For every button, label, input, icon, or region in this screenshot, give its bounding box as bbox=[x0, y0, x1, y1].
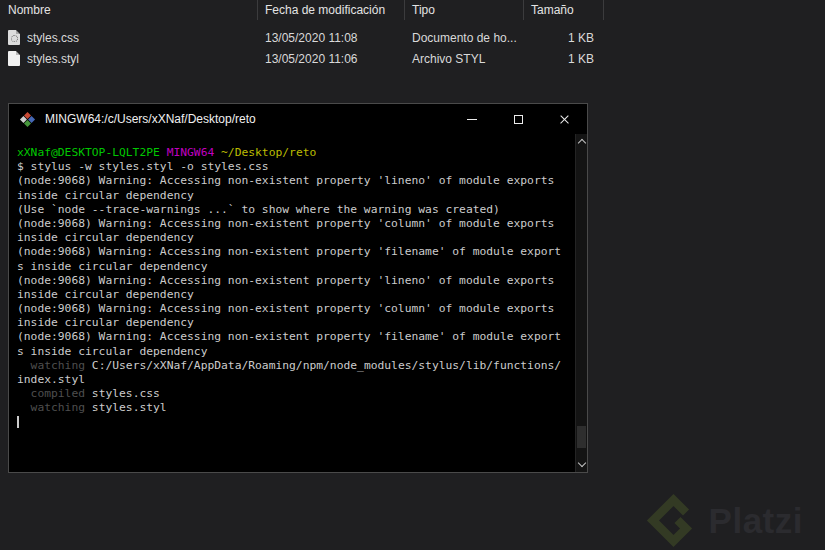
terminal-line: s inside circular dependency bbox=[17, 260, 573, 274]
terminal-line: inside circular dependency bbox=[17, 231, 573, 245]
terminal-line: inside circular dependency bbox=[17, 288, 573, 302]
terminal-body[interactable]: xXNaf@DESKTOP-LQLT2PE MINGW64 ~/Desktop/… bbox=[9, 134, 587, 472]
column-header-tipo[interactable]: Tipo bbox=[405, 0, 524, 20]
terminal-line bbox=[17, 416, 573, 430]
terminal-titlebar[interactable]: MINGW64:/c/Users/xXNaf/Desktop/reto bbox=[9, 104, 587, 134]
scrollbar-thumb[interactable] bbox=[577, 426, 586, 448]
styl-file-icon bbox=[8, 51, 20, 66]
maximize-icon bbox=[514, 115, 523, 124]
column-header-fecha[interactable]: Fecha de modificación bbox=[258, 0, 405, 20]
explorer-column-headers: Nombre Fecha de modificación Tipo Tamaño bbox=[0, 0, 825, 20]
file-modified: 13/05/2020 11:08 bbox=[258, 31, 405, 45]
file-list: styles.css13/05/2020 11:08Documento de h… bbox=[0, 27, 825, 69]
file-name: styles.css bbox=[0, 30, 258, 45]
terminal-line: watching C:/Users/xXNaf/AppData/Roaming/… bbox=[17, 359, 573, 373]
file-row[interactable]: styles.css13/05/2020 11:08Documento de h… bbox=[0, 27, 825, 48]
terminal-title: MINGW64:/c/Users/xXNaf/Desktop/reto bbox=[45, 112, 256, 126]
minimize-icon bbox=[467, 119, 477, 120]
file-size: 1 KB bbox=[524, 31, 604, 45]
terminal-line: (node:9068) Warning: Accessing non-exist… bbox=[17, 330, 573, 344]
terminal-cursor bbox=[17, 416, 19, 428]
terminal-line: index.styl bbox=[17, 373, 573, 387]
terminal-line: (Use `node --trace-warnings ...` to show… bbox=[17, 203, 573, 217]
terminal-output: xXNaf@DESKTOP-LQLT2PE MINGW64 ~/Desktop/… bbox=[9, 134, 587, 430]
platzi-text: Platzi bbox=[709, 501, 803, 541]
file-size: 1 KB bbox=[524, 52, 604, 66]
scroll-up-icon[interactable] bbox=[578, 139, 586, 147]
file-type: Archivo STYL bbox=[405, 52, 524, 66]
file-explorer: Nombre Fecha de modificación Tipo Tamaño… bbox=[0, 0, 825, 69]
file-type: Documento de ho... bbox=[405, 31, 524, 45]
file-modified: 13/05/2020 11:06 bbox=[258, 52, 405, 66]
terminal-line: (node:9068) Warning: Accessing non-exist… bbox=[17, 174, 573, 188]
terminal-scrollbar[interactable] bbox=[575, 134, 587, 472]
css-file-icon bbox=[8, 30, 20, 45]
terminal-line: (node:9068) Warning: Accessing non-exist… bbox=[17, 302, 573, 316]
file-row[interactable]: styles.styl13/05/2020 11:06Archivo STYL1… bbox=[0, 48, 825, 69]
desktop: Nombre Fecha de modificación Tipo Tamaño… bbox=[0, 0, 825, 550]
terminal-line: $ stylus -w styles.styl -o styles.css bbox=[17, 160, 573, 174]
close-button[interactable] bbox=[541, 104, 587, 134]
scroll-down-icon[interactable] bbox=[578, 459, 586, 467]
column-header-tamano[interactable]: Tamaño bbox=[524, 0, 604, 20]
terminal-line: s inside circular dependency bbox=[17, 345, 573, 359]
terminal-line: compiled styles.css bbox=[17, 387, 573, 401]
platzi-logo-icon bbox=[645, 492, 702, 549]
platzi-watermark: Platzi bbox=[645, 492, 803, 549]
terminal-window: MINGW64:/c/Users/xXNaf/Desktop/reto xXNa… bbox=[8, 103, 588, 473]
terminal-line: inside circular dependency bbox=[17, 316, 573, 330]
terminal-line: inside circular dependency bbox=[17, 189, 573, 203]
file-name: styles.styl bbox=[0, 51, 258, 66]
terminal-line: watching styles.styl bbox=[17, 401, 573, 415]
window-controls bbox=[449, 104, 587, 134]
git-bash-icon bbox=[20, 111, 35, 126]
terminal-line: (node:9068) Warning: Accessing non-exist… bbox=[17, 274, 573, 288]
close-icon bbox=[559, 114, 570, 125]
terminal-line: (node:9068) Warning: Accessing non-exist… bbox=[17, 217, 573, 231]
maximize-button[interactable] bbox=[495, 104, 541, 134]
column-header-nombre[interactable]: Nombre bbox=[0, 0, 258, 20]
minimize-button[interactable] bbox=[449, 104, 495, 134]
terminal-line: (node:9068) Warning: Accessing non-exist… bbox=[17, 245, 573, 259]
terminal-line: xXNaf@DESKTOP-LQLT2PE MINGW64 ~/Desktop/… bbox=[17, 146, 573, 160]
